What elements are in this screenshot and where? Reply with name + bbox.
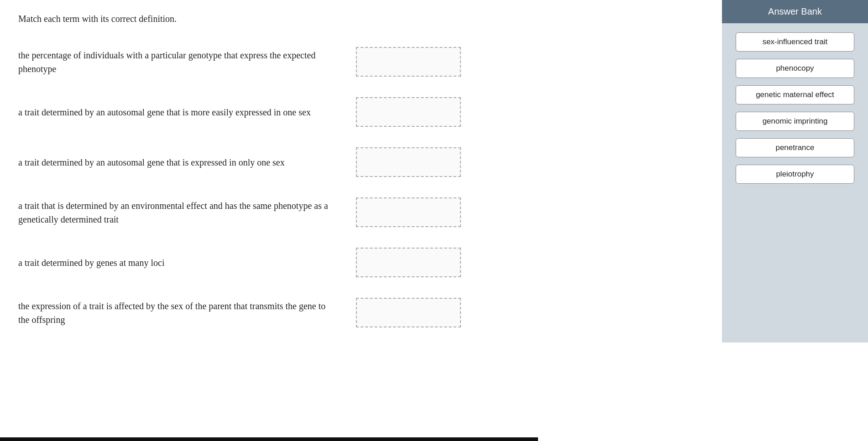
answer-chip[interactable]: penetrance — [736, 138, 854, 157]
drop-target-box[interactable] — [356, 47, 461, 77]
definition-text: a trait determined by an autosomal gene … — [18, 156, 338, 169]
answer-chip[interactable]: phenocopy — [736, 59, 854, 78]
match-row: a trait that is determined by an environ… — [18, 197, 704, 227]
match-row: the percentage of individuals with a par… — [18, 47, 704, 77]
answer-chip[interactable]: genetic maternal effect — [736, 85, 854, 104]
match-row: the expression of a trait is affected by… — [18, 298, 704, 327]
answer-bank-body: sex-influenced traitphenocopygenetic mat… — [722, 23, 868, 342]
main-container: Match each term with its correct definit… — [0, 0, 868, 441]
bottom-bar — [0, 437, 538, 441]
answer-chip[interactable]: sex-influenced trait — [736, 32, 854, 52]
answer-bank-panel: Answer Bank sex-influenced traitphenocop… — [722, 0, 868, 441]
match-rows-container: the percentage of individuals with a par… — [18, 47, 704, 327]
definition-text: a trait determined by genes at many loci — [18, 256, 338, 270]
definition-text: a trait determined by an autosomal gene … — [18, 105, 338, 119]
drop-target-box[interactable] — [356, 298, 461, 327]
drop-target-box[interactable] — [356, 147, 461, 177]
answer-bank-header: Answer Bank — [722, 0, 868, 23]
drop-target-box[interactable] — [356, 97, 461, 127]
instructions-text: Match each term with its correct definit… — [18, 14, 704, 24]
definition-text: the percentage of individuals with a par… — [18, 48, 338, 76]
match-row: a trait determined by an autosomal gene … — [18, 97, 704, 127]
answer-chip[interactable]: pleiotrophy — [736, 165, 854, 184]
drop-target-box[interactable] — [356, 248, 461, 277]
match-row: a trait determined by genes at many loci — [18, 248, 704, 277]
answer-chip[interactable]: genomic imprinting — [736, 112, 854, 131]
definition-text: the expression of a trait is affected by… — [18, 299, 338, 327]
drop-target-box[interactable] — [356, 197, 461, 227]
definition-text: a trait that is determined by an environ… — [18, 199, 338, 226]
match-row: a trait determined by an autosomal gene … — [18, 147, 704, 177]
left-section: Match each term with its correct definit… — [0, 0, 722, 441]
